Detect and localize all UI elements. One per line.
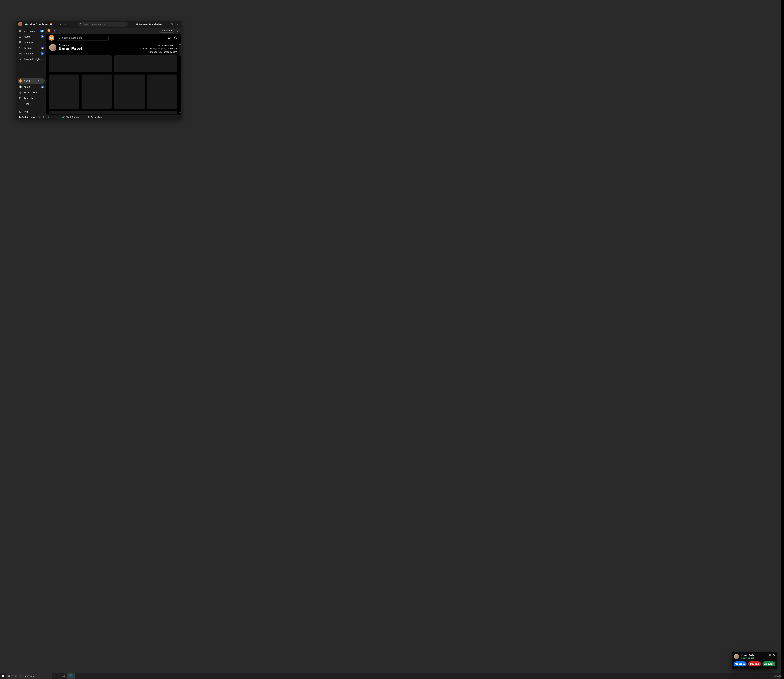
close-button[interactable] [175, 21, 180, 27]
app-footer: Call Settings L1 My Softphone Call picku… [16, 114, 181, 120]
svg-line-35 [60, 38, 60, 39]
scroll-thumb[interactable] [180, 45, 181, 56]
webex-icon [69, 674, 73, 677]
apps-icon [19, 97, 22, 100]
sidebar-item-teams[interactable]: Teams 8 [16, 34, 46, 39]
content-card[interactable] [114, 75, 145, 109]
pickup-icon [87, 116, 90, 118]
app2-icon [19, 85, 22, 89]
customer-email: umar.patel@company.com [140, 50, 177, 53]
screen-edge [781, 0, 784, 679]
embedded-app-toolbar [46, 34, 181, 42]
refresh-button[interactable] [175, 28, 180, 33]
content-card[interactable] [49, 75, 79, 109]
nav-back-button[interactable] [58, 22, 62, 27]
sidebar-item-more[interactable]: More [16, 101, 46, 107]
sidebar-item-app2[interactable]: App 2 1 [16, 84, 46, 90]
customer-search-input[interactable] [62, 36, 107, 39]
scrollbar[interactable]: ▲ ▼ [179, 43, 181, 114]
search-icon [8, 675, 10, 677]
decline-button[interactable]: Decline [748, 662, 761, 666]
content-card[interactable] [49, 111, 177, 114]
call-pickup-button[interactable]: Call pickup [87, 116, 102, 118]
svg-point-31 [21, 103, 21, 104]
svg-point-10 [20, 36, 20, 37]
expand-icon [161, 30, 163, 32]
call-settings-button[interactable]: Call Settings [19, 116, 35, 118]
sidebar-badge: 1 [41, 47, 44, 49]
answer-button[interactable]: Answer [762, 662, 775, 666]
task-view-icon [62, 675, 65, 677]
content-card[interactable] [147, 75, 178, 109]
tab-app1[interactable]: App 1 [47, 29, 58, 32]
presence-status-text[interactable]: Working from home 🏠 [25, 23, 53, 25]
svg-point-20 [20, 59, 20, 60]
sidebar-item-app1[interactable]: App 1 [18, 78, 45, 84]
content-card[interactable] [49, 55, 112, 72]
expand-button[interactable]: Expand [159, 29, 174, 33]
call-pickup-label: Call pickup [91, 116, 102, 118]
close-toast-button[interactable] [773, 654, 775, 656]
call-merge-icon[interactable] [43, 116, 45, 118]
close-icon [773, 654, 775, 656]
customer-header: Customer Umar Patel +1 987-654-3210 123 … [49, 43, 177, 55]
line-indicator: L1 [61, 116, 65, 118]
customer-avatar[interactable] [49, 44, 56, 51]
content-card[interactable] [81, 75, 112, 109]
windows-logo-icon [2, 675, 5, 677]
profile-button[interactable] [174, 36, 178, 39]
customer-search[interactable] [56, 35, 109, 41]
cortana-button[interactable] [52, 673, 59, 679]
message-button[interactable]: Message [734, 662, 747, 666]
user-avatar[interactable] [18, 22, 22, 27]
sidebar-item-label: Messaging [24, 30, 38, 32]
global-search[interactable] [78, 22, 128, 27]
notifications-button[interactable] [168, 36, 172, 39]
content-card[interactable] [114, 55, 177, 72]
queue-status-icon[interactable] [37, 116, 40, 118]
call-forward-icon[interactable] [48, 116, 50, 118]
svg-point-19 [20, 59, 20, 59]
sidebar-item-label: App Hub [24, 97, 40, 100]
svg-point-39 [38, 116, 39, 117]
sidebar-item-app-hub[interactable]: App Hub [16, 95, 46, 101]
taskbar-search[interactable] [6, 673, 52, 679]
svg-point-36 [162, 38, 163, 38]
svg-rect-53 [64, 675, 65, 677]
card-row [49, 55, 177, 72]
task-view-button[interactable] [59, 673, 67, 679]
settings-button[interactable] [162, 36, 166, 39]
sidebar-item-messaging[interactable]: Messaging 20 [16, 28, 46, 34]
scroll-up-icon[interactable]: ▲ [180, 43, 181, 45]
sidebar-item-website-shortcut[interactable]: Website Shortcut [16, 90, 46, 95]
customer-name: Umar Patel [58, 47, 82, 51]
embedded-app-logo[interactable] [49, 35, 55, 41]
start-button[interactable] [0, 673, 6, 679]
sidebar-item-meetings[interactable]: Meetings 4 [16, 51, 46, 56]
connect-device-button[interactable]: Connect to a device [136, 23, 162, 25]
sidebar-item-insights[interactable]: Personal insights [16, 56, 46, 62]
svg-point-11 [20, 36, 21, 36]
webex-app-window: Working from home 🏠 Connect to a device [16, 21, 181, 120]
scroll-down-icon[interactable]: ▼ [180, 112, 181, 114]
softphone-selector[interactable]: L1 My Softphone [61, 116, 80, 118]
decline-label: Decline [750, 663, 759, 665]
sidebar-item-help[interactable]: ? Help [16, 109, 46, 114]
connect-device-label: Connect to a device [139, 23, 162, 25]
svg-point-49 [8, 675, 10, 676]
customer-address: 123 ABC Road, San Jose, CA 94088 [140, 47, 177, 50]
maximize-button[interactable] [169, 21, 175, 27]
new-tab-button[interactable] [70, 22, 75, 27]
nav-forward-button[interactable] [63, 22, 67, 27]
call-settings-label: Call Settings [22, 116, 35, 118]
sidebar-item-calling[interactable]: Calling 1 [16, 45, 46, 51]
global-search-input[interactable] [83, 23, 126, 25]
more-icon [19, 102, 22, 105]
minimize-button[interactable] [163, 21, 169, 27]
history-nav [58, 22, 75, 27]
sidebar-item-label: Personal insights [24, 58, 44, 61]
taskbar-search-input[interactable] [12, 674, 40, 677]
sidebar-item-contacts[interactable]: Contacts [16, 39, 46, 45]
mute-alert-button[interactable] [769, 654, 771, 656]
taskbar-app-webex[interactable] [67, 673, 75, 679]
